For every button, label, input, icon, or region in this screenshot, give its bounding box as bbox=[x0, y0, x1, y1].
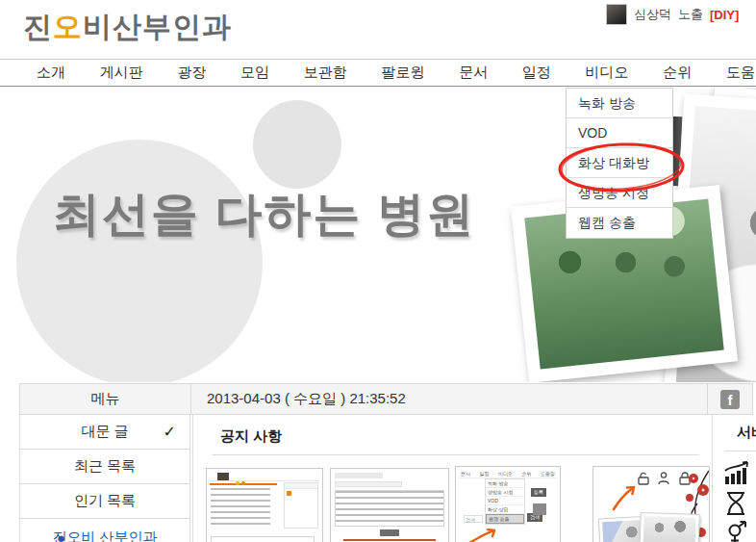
gender-symbol-icon[interactable] bbox=[724, 521, 749, 542]
sidebar-item-jinobi[interactable]: ● 진오비 산부인과 bbox=[20, 519, 189, 542]
diy-link[interactable]: [DIY] bbox=[710, 8, 739, 22]
nav-item-video[interactable]: 비디오 bbox=[586, 64, 629, 82]
mini-dropdown: 녹화 방송 생방송 시청 VOD 화상 상담 웹캠 송출 bbox=[485, 478, 525, 525]
mini-form-button bbox=[380, 529, 399, 536]
mini-gray-chip bbox=[533, 503, 546, 515]
mini-emoji-dots bbox=[236, 481, 239, 485]
user-box: 심상덕 노출 [DIY] bbox=[606, 4, 739, 25]
mini-chat-lines bbox=[211, 488, 270, 527]
main-nav: 소개 게시판 광장 모임 보관함 팔로윙 문서 일정 비디오 순위 도움말 bbox=[0, 59, 756, 87]
mini-avatar bbox=[217, 473, 229, 480]
mini-menu-docs: 문서 bbox=[461, 471, 470, 477]
stats-chart-icon[interactable] bbox=[724, 460, 750, 485]
logo-text-gray2: 비산부인과 bbox=[83, 11, 232, 42]
notice-title: 공지 사항 bbox=[220, 427, 282, 446]
video-dropdown-menu: 녹화 방송 VOD 화상 대화방 생방송 시청 웹캠 송출 bbox=[566, 88, 673, 239]
mini-menu-video: 비디오 bbox=[498, 471, 513, 477]
sidebar-jinobi-label: 진오비 산부인과 bbox=[52, 529, 157, 542]
mini-search-input: 검색 bbox=[464, 515, 483, 523]
service-panel-divider bbox=[725, 451, 756, 452]
sidebar-item-front-posts[interactable]: 대문 글 ✓ bbox=[20, 415, 189, 450]
unlock-icon bbox=[639, 477, 648, 484]
sidebar-recent-list-label: 최근 목록 bbox=[74, 457, 136, 476]
nav-item-schedule[interactable]: 일정 bbox=[522, 64, 551, 82]
nav-item-following[interactable]: 팔로윙 bbox=[381, 64, 424, 82]
hero-small-circle bbox=[253, 100, 341, 189]
service-panel-title: 서비스 bbox=[737, 424, 756, 442]
notice-thumbnail-form[interactable] bbox=[330, 468, 449, 542]
service-panel: 서비스 bbox=[712, 415, 756, 542]
user-expose-link[interactable]: 노출 bbox=[678, 6, 703, 23]
mini-chat-input bbox=[211, 536, 315, 542]
logo-text-orange: 오 bbox=[53, 11, 83, 42]
page: 진오비산부인과 심상덕 노출 [DIY] 소개 게시판 광장 모임 보관함 팔로… bbox=[0, 0, 756, 542]
current-datetime: 2013-04-03 ( 수요일 ) 21:35:52 bbox=[191, 384, 707, 414]
user-name[interactable]: 심상덕 bbox=[634, 6, 671, 23]
nav-item-board[interactable]: 게시판 bbox=[100, 64, 143, 82]
orange-arrow-icon bbox=[466, 525, 500, 542]
facebook-icon[interactable]: f bbox=[720, 390, 740, 409]
mini-chat-side bbox=[284, 482, 318, 529]
menu-header-label: 메뉴 bbox=[20, 384, 191, 414]
mini-orange-marker bbox=[287, 491, 291, 496]
notice-divider bbox=[213, 454, 699, 455]
nav-item-rank[interactable]: 순위 bbox=[663, 64, 692, 82]
dropdown-item-webcam-out[interactable]: 웹캠 송출 bbox=[567, 208, 672, 238]
mini-menu-help: 도움말 bbox=[541, 471, 555, 477]
notice-thumbnail-menu[interactable]: 문서 일정 비디오 순위 도움말 녹화 방송 생방송 시청 VOD 화상 상담 … bbox=[455, 466, 561, 542]
sidebar-front-posts-label: 대문 글 bbox=[81, 423, 128, 441]
mini-register-button: 등록 bbox=[531, 488, 546, 497]
mini-menu-rank: 순위 bbox=[522, 471, 532, 477]
date-toolbar: 메뉴 2013-04-03 ( 수요일 ) 21:35:52 f bbox=[19, 383, 753, 415]
dropdown-item-video-chatroom[interactable]: 화상 대화방 bbox=[567, 148, 672, 178]
mini-photo-right bbox=[639, 512, 700, 542]
logo-text-gray1: 진 bbox=[23, 11, 53, 42]
dropdown-item-live-view[interactable]: 생방송 시청 bbox=[567, 178, 672, 208]
notice-thumbnail-deco[interactable] bbox=[592, 466, 710, 542]
mini-form-textarea bbox=[335, 490, 444, 527]
left-sidebar: 대문 글 ✓ 최근 목록 인기 목록 ● 진오비 산부인과 bbox=[19, 415, 190, 542]
mini-form-header bbox=[335, 473, 383, 478]
mini-menu-schedule: 일정 bbox=[480, 471, 490, 477]
notice-thumbnail-chat[interactable] bbox=[206, 468, 323, 542]
nav-item-group[interactable]: 모임 bbox=[240, 64, 269, 82]
hero-slogan: 최선을 다하는 병원 bbox=[53, 183, 475, 246]
mini-form-warning bbox=[343, 539, 436, 541]
sidebar-item-popular-list[interactable]: 인기 목록 bbox=[20, 484, 189, 519]
hero-ring-circle bbox=[16, 140, 263, 382]
site-logo[interactable]: 진오비산부인과 bbox=[23, 8, 232, 47]
sidebar-item-recent-list[interactable]: 최근 목록 bbox=[20, 450, 189, 484]
dropdown-item-vod[interactable]: VOD bbox=[567, 118, 672, 148]
nav-item-help[interactable]: 도움말 bbox=[726, 64, 756, 82]
hourglass-icon[interactable] bbox=[724, 491, 747, 516]
nav-item-docs[interactable]: 문서 bbox=[459, 64, 488, 82]
blue-bullet-icon: ● bbox=[57, 529, 65, 542]
nav-item-intro[interactable]: 소개 bbox=[37, 64, 65, 82]
user-avatar[interactable] bbox=[606, 4, 627, 25]
nav-item-archive[interactable]: 보관함 bbox=[304, 64, 347, 82]
share-cell: f bbox=[707, 384, 752, 414]
notice-section: 공지 사항 문서 일정 비디오 bbox=[192, 415, 712, 542]
mini-form-tabs bbox=[335, 481, 402, 487]
person-icon bbox=[661, 473, 666, 477]
dropdown-item-recorded[interactable]: 녹화 방송 bbox=[567, 89, 672, 118]
checkmark-icon: ✓ bbox=[164, 423, 176, 441]
orange-curved-arrow-icon bbox=[611, 482, 640, 511]
mini-orange-text bbox=[210, 483, 277, 485]
sidebar-popular-list-label: 인기 목록 bbox=[74, 492, 136, 510]
nav-item-plaza[interactable]: 광장 bbox=[177, 64, 206, 82]
